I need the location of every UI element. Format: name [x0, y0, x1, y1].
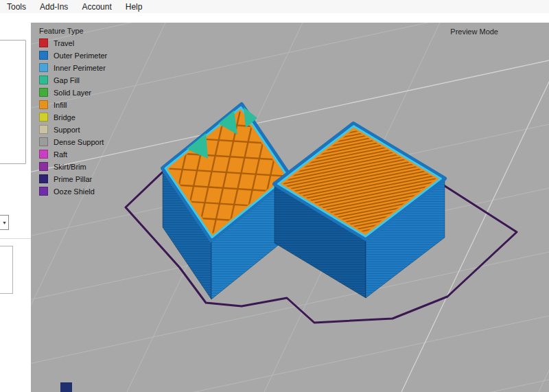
legend-swatch: [39, 137, 48, 146]
legend-swatch: [39, 63, 48, 72]
legend-swatch: [39, 88, 48, 97]
preview-viewport: Feature Type TravelOuter PerimeterInner …: [31, 23, 549, 392]
legend-row: Dense Support: [39, 137, 107, 146]
legend-label: Travel: [54, 39, 74, 47]
menu-item-tools[interactable]: Tools: [0, 1, 33, 13]
legend-swatch: [39, 150, 48, 159]
panel-box-fragment: [0, 246, 13, 294]
legend-row: Infill: [39, 100, 107, 109]
legend-label: Inner Perimeter: [54, 64, 106, 72]
legend-label: Ooze Shield: [54, 187, 95, 196]
legend-swatch: [39, 162, 48, 171]
legend-row: Prime Pillar: [39, 174, 107, 183]
legend-swatch: [39, 125, 48, 134]
ui-fragment-dark: [60, 382, 72, 392]
legend-label: Bridge: [54, 113, 75, 122]
legend-row: Solid Layer: [39, 88, 107, 97]
menu-bar: ToolsAdd-InsAccountHelp: [0, 0, 549, 13]
legend-row: Bridge: [39, 113, 107, 122]
app-window: ToolsAdd-InsAccountHelp ▼ Feature Type T…: [0, 0, 549, 392]
legend-row: Raft: [39, 150, 107, 159]
legend-swatch: [39, 38, 48, 47]
legend-label: Outer Perimeter: [54, 51, 107, 60]
legend-label: Skirt/Brim: [54, 163, 86, 171]
legend-title: Feature Type: [39, 27, 107, 35]
legend-row: Skirt/Brim: [39, 162, 107, 171]
preview-mode-label: Preview Mode: [450, 27, 498, 36]
legend-swatch: [39, 100, 48, 109]
legend-label: Gap Fill: [54, 76, 80, 84]
menu-item-account[interactable]: Account: [75, 1, 118, 13]
legend-label: Solid Layer: [54, 89, 91, 97]
menu-item-help[interactable]: Help: [119, 1, 150, 13]
legend-label: Support: [54, 126, 80, 134]
dropdown-fragment[interactable]: ▼: [0, 215, 9, 230]
legend-row: Outer Perimeter: [39, 51, 107, 60]
legend-row: Inner Perimeter: [39, 63, 107, 72]
process-list-fragment[interactable]: [0, 40, 26, 164]
legend-swatch: [39, 113, 48, 122]
legend-row: Ooze Shield: [39, 187, 107, 196]
legend-swatch: [39, 187, 48, 196]
legend-swatch: [39, 51, 48, 60]
menu-item-add-ins[interactable]: Add-Ins: [33, 1, 75, 13]
legend-row: Support: [39, 125, 107, 134]
feature-type-legend: Feature Type TravelOuter PerimeterInner …: [39, 27, 107, 199]
legend-items: TravelOuter PerimeterInner PerimeterGap …: [39, 38, 107, 196]
legend-label: Dense Support: [54, 138, 104, 146]
legend-label: Infill: [54, 101, 67, 109]
legend-row: Gap Fill: [39, 76, 107, 84]
legend-swatch: [39, 76, 48, 84]
legend-swatch: [39, 174, 48, 183]
legend-label: Raft: [54, 150, 67, 159]
preview-3d-scene[interactable]: [31, 23, 549, 392]
chevron-down-icon: ▼: [2, 220, 7, 225]
legend-row: Travel: [39, 38, 107, 47]
panel-divider: [0, 238, 31, 239]
legend-label: Prime Pillar: [54, 175, 92, 183]
